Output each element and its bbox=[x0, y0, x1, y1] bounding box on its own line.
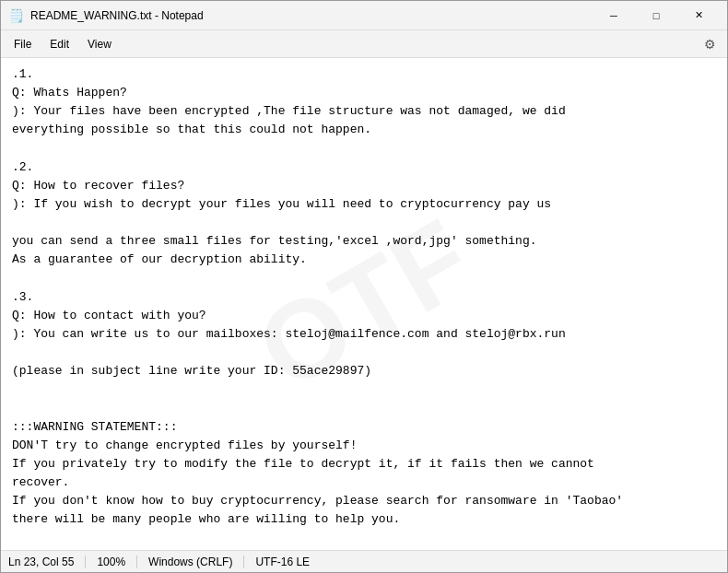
notepad-content: .1. Q: Whats Happen? ): Your files have … bbox=[12, 65, 716, 530]
window-controls: ─ □ ✕ bbox=[593, 1, 720, 30]
status-bar: Ln 23, Col 55 100% Windows (CRLF) UTF-16… bbox=[1, 550, 727, 572]
window-title: README_WARNING.txt - Notepad bbox=[30, 9, 593, 22]
encoding: UTF-16 LE bbox=[244, 555, 321, 568]
menu-file[interactable]: File bbox=[5, 34, 41, 54]
maximize-button[interactable]: □ bbox=[635, 1, 677, 30]
close-button[interactable]: ✕ bbox=[677, 1, 720, 30]
line-ending: Windows (CRLF) bbox=[137, 555, 244, 568]
settings-icon[interactable]: ⚙ bbox=[704, 37, 723, 52]
app-icon: 🗒️ bbox=[8, 8, 23, 23]
zoom-level: 100% bbox=[86, 555, 137, 568]
menu-bar: File Edit View ⚙ bbox=[1, 30, 727, 58]
minimize-button[interactable]: ─ bbox=[593, 1, 635, 30]
cursor-position: Ln 23, Col 55 bbox=[8, 555, 86, 568]
notepad-window: 🗒️ README_WARNING.txt - Notepad ─ □ ✕ Fi… bbox=[0, 0, 728, 573]
title-bar: 🗒️ README_WARNING.txt - Notepad ─ □ ✕ bbox=[1, 1, 727, 30]
menu-edit[interactable]: Edit bbox=[41, 34, 78, 54]
text-editor-area[interactable]: OTF .1. Q: Whats Happen? ): Your files h… bbox=[1, 58, 727, 550]
menu-view[interactable]: View bbox=[78, 34, 121, 54]
